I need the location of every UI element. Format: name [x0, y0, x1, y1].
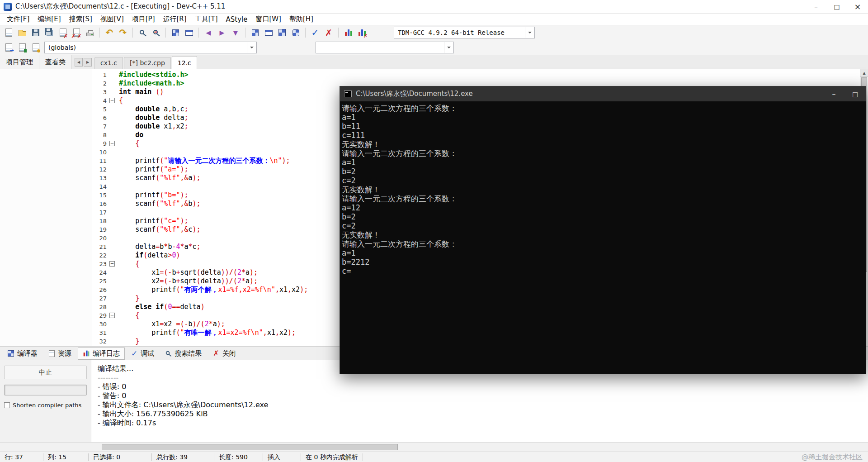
- code-token: ,&: [180, 225, 188, 233]
- console-line: c=111: [342, 131, 866, 140]
- code-token: b: [189, 320, 193, 328]
- nav-forward-button[interactable]: [216, 26, 228, 39]
- shorten-paths-checkbox[interactable]: [4, 402, 10, 408]
- code-token: x2: [292, 286, 300, 294]
- code-token: a: [189, 174, 193, 182]
- code-token: if: [156, 303, 164, 311]
- abort-button[interactable]: 中止: [4, 366, 87, 379]
- abort-run-button[interactable]: [322, 26, 335, 39]
- chevron-down-icon[interactable]: [525, 27, 534, 38]
- code-token: );: [193, 200, 201, 208]
- editor-tab[interactable]: 12.c: [172, 56, 197, 69]
- compile-run-button[interactable]: [276, 26, 288, 39]
- resource-icon: [49, 350, 55, 357]
- line-number: 6: [91, 114, 116, 122]
- redo-button[interactable]: [117, 26, 129, 39]
- code-token: printf: [135, 165, 160, 173]
- fold-toggle-icon[interactable]: [109, 98, 115, 103]
- code-token: sqrt: [180, 277, 196, 285]
- new-file-button[interactable]: [2, 26, 15, 39]
- console-line: a=12: [342, 203, 866, 212]
- swap-header-source-button[interactable]: [2, 41, 15, 54]
- code-text: {: [116, 260, 139, 268]
- open-project-button[interactable]: [183, 26, 195, 39]
- search-icon: [166, 351, 170, 355]
- menu-item[interactable]: 项目[P]: [128, 14, 159, 25]
- line-number: 22: [91, 251, 116, 260]
- console-output[interactable]: 请输入一元二次方程的三个系数：a=1b=11c=111无实数解！请输入一元二次方…: [340, 101, 866, 276]
- print-button[interactable]: [84, 26, 96, 39]
- new-project-button[interactable]: [169, 26, 182, 39]
- chevron-down-icon[interactable]: [444, 42, 453, 53]
- scrollbar-thumb[interactable]: [102, 444, 398, 450]
- chevron-down-icon[interactable]: [247, 42, 256, 53]
- replace-button[interactable]: [150, 26, 162, 39]
- log-horizontal-scrollbar[interactable]: [0, 442, 868, 452]
- find-button[interactable]: [136, 26, 149, 39]
- menu-item[interactable]: 文件[F]: [3, 14, 33, 25]
- console-line: 无实数解！: [342, 140, 866, 149]
- menu-item[interactable]: 搜索[S]: [65, 14, 96, 25]
- code-token: delta: [180, 303, 200, 311]
- console-maximize-button[interactable]: [844, 86, 866, 101]
- menu-item[interactable]: 窗口[W]: [251, 14, 285, 25]
- console-minimize-button[interactable]: [823, 86, 844, 101]
- close-file-button[interactable]: [57, 26, 69, 39]
- members-select[interactable]: [316, 42, 454, 53]
- profile-delete-button[interactable]: [355, 26, 368, 39]
- menu-item[interactable]: AStyle: [222, 14, 252, 25]
- goto-function-button[interactable]: [29, 41, 42, 54]
- console-app-icon: [344, 90, 352, 97]
- close-all-button[interactable]: [70, 26, 83, 39]
- goto-line-button[interactable]: [229, 26, 242, 39]
- code-token: (: [143, 251, 147, 259]
- nav-back-button[interactable]: [202, 26, 215, 39]
- save-button[interactable]: [29, 26, 42, 39]
- bookmark-button[interactable]: [16, 41, 28, 54]
- editor-tab[interactable]: cx1.c: [94, 57, 123, 69]
- code-token: "%lf": [160, 225, 180, 233]
- compile-button[interactable]: [249, 26, 261, 39]
- bottom-tab[interactable]: 关闭: [208, 348, 241, 360]
- menu-item[interactable]: 编辑[E]: [33, 14, 65, 25]
- menu-item[interactable]: 工具[T]: [191, 14, 222, 25]
- bottom-tab[interactable]: 调试: [126, 348, 159, 360]
- bottom-tab[interactable]: 编译日志: [78, 348, 125, 360]
- editor-tab[interactable]: [*] bc2.cpp: [124, 57, 171, 69]
- globals-select[interactable]: (globals): [44, 42, 257, 53]
- code-token: [119, 260, 135, 268]
- find-icon: [140, 30, 144, 34]
- fold-toggle-icon[interactable]: [109, 141, 115, 146]
- bottom-tab[interactable]: 编译器: [3, 348, 42, 360]
- scroll-tabs-right-button[interactable]: [84, 58, 92, 67]
- scroll-up-icon[interactable]: [860, 69, 868, 77]
- menu-item[interactable]: 帮助[H]: [285, 14, 317, 25]
- scroll-tabs-left-button[interactable]: [75, 58, 83, 67]
- compiler-select[interactable]: TDM-GCC 4.9.2 64-bit Release: [394, 27, 535, 38]
- side-panel-tab[interactable]: 项目管理: [0, 55, 39, 69]
- menu-item[interactable]: 视图[V]: [96, 14, 128, 25]
- maximize-button[interactable]: [826, 0, 847, 13]
- close-button[interactable]: [847, 0, 868, 13]
- debug-check-button[interactable]: [309, 26, 321, 39]
- bottom-tab[interactable]: 资源: [44, 348, 76, 360]
- project-panel[interactable]: [0, 69, 91, 346]
- code-text: printf("请输入一元二次方程的三个系数：\n");: [116, 157, 290, 165]
- minimize-button[interactable]: [806, 0, 826, 13]
- bottom-tab[interactable]: 搜索结果: [160, 348, 207, 360]
- fold-toggle-icon[interactable]: [109, 313, 115, 318]
- fold-toggle-icon[interactable]: [109, 261, 115, 267]
- rebuild-button[interactable]: [289, 26, 302, 39]
- open-file-button[interactable]: [16, 26, 28, 39]
- tab-row: 项目管理查看类 cx1.c[*] bc2.cpp12.c: [0, 55, 868, 69]
- menu-item[interactable]: 运行[R]: [159, 14, 190, 25]
- console-title-bar[interactable]: C:\Users\席永强\Documents\12.exe: [340, 86, 866, 101]
- code-token: [119, 139, 135, 148]
- profile-button[interactable]: [342, 26, 354, 39]
- code-token: );: [217, 320, 225, 328]
- undo-button[interactable]: [103, 26, 116, 39]
- save-all-button[interactable]: [43, 26, 56, 39]
- run-button[interactable]: [262, 26, 275, 39]
- side-panel-tab[interactable]: 查看类: [39, 55, 72, 69]
- code-token: [119, 165, 135, 173]
